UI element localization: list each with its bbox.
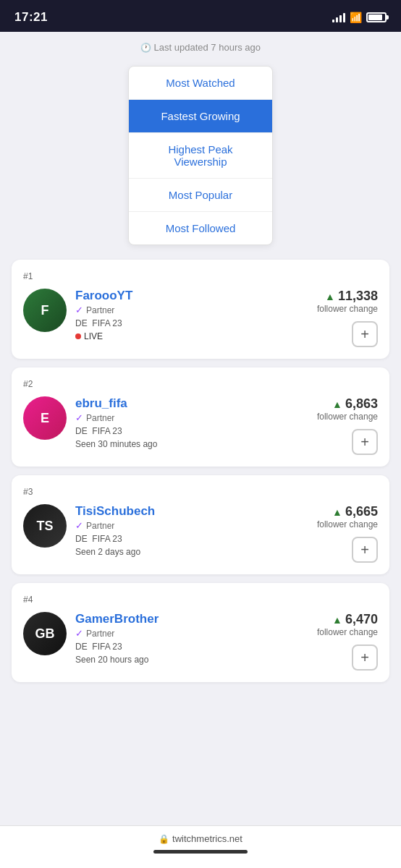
card-meta-4: DE FIFA 23 [75,642,282,652]
arrow-up-icon-1: ▲ [325,291,335,302]
arrow-up-icon-2: ▲ [332,399,342,410]
streamer-name-3[interactable]: TisiSchubech [75,504,282,519]
rank-label-1: #1 [23,271,378,281]
follower-change-4: ▲ 6,470 follower change [317,612,378,637]
stats-row-1: + [346,321,378,347]
avatar-3: TS [23,504,67,548]
menu-item-fastest-growing[interactable]: Fastest Growing [129,100,272,133]
avatar-1: F [23,289,67,332]
rank-label-4: #4 [23,595,378,605]
arrow-up-icon-3: ▲ [332,506,342,518]
avatar-4: GB [23,612,67,655]
menu-item-most-followed[interactable]: Most Followed [129,212,272,244]
live-badge-1: LIVE [75,331,282,341]
live-dot-1 [75,333,81,339]
card-stats-4: ▲ 6,470 follower change + [291,612,378,671]
stats-row-3: + [346,537,378,563]
add-button-4[interactable]: + [352,644,378,671]
card-stats-3: ▲ 6,665 follower change + [291,504,378,563]
partner-badge-3: ✓ Partner [75,520,282,531]
card-meta-3: DE FIFA 23 [75,534,282,544]
status-icons: 📶 [332,12,387,23]
card-stats-2: ▲ 6,863 follower change + [291,396,378,455]
partner-icon-3: ✓ [75,520,83,531]
home-indicator[interactable] [153,850,248,854]
card-info-4: GamerBrother ✓ Partner DE FIFA 23 Seen 2… [75,612,282,668]
streamers-list: #1 F FaroooYT ✓ Partner DE FIFA 23 [0,260,401,682]
arrow-up-icon-4: ▲ [332,614,342,626]
wifi-icon: 📶 [350,12,362,23]
card-stats-1: ▲ 11,338 follower change + [291,289,378,347]
partner-icon-4: ✓ [75,628,83,639]
card-info-3: TisiSchubech ✓ Partner DE FIFA 23 Seen 2… [75,504,282,560]
stats-row-2: + [346,429,378,455]
avatar-2: E [23,396,67,440]
menu-item-most-watched[interactable]: Most Watched [129,67,272,100]
rank-label-3: #3 [23,487,378,497]
streamer-card-4: #4 GB GamerBrother ✓ Partner DE FIFA 23 … [12,583,389,682]
follower-change-3: ▲ 6,665 follower change [317,504,378,529]
follower-change-1: ▲ 11,338 follower change [317,289,378,314]
main-content: 🕐 Last updated 7 hours ago Most Watched … [0,32,401,726]
menu-item-highest-peak[interactable]: Highest Peak Viewership [129,133,272,179]
add-button-1[interactable]: + [352,321,378,347]
streamer-card-1: #1 F FaroooYT ✓ Partner DE FIFA 23 [12,260,389,359]
partner-badge-2: ✓ Partner [75,412,282,423]
seen-label-3: Seen 2 days ago [75,547,282,557]
dropdown-container: Most Watched Fastest Growing Highest Pea… [0,63,401,260]
partner-badge-4: ✓ Partner [75,628,282,639]
bottom-bar: 🔒 twitchmetrics.net [0,825,401,868]
stats-row-4: + [346,644,378,671]
streamer-name-2[interactable]: ebru_fifa [75,396,282,411]
partner-icon-2: ✓ [75,412,83,423]
seen-label-2: Seen 30 minutes ago [75,439,282,449]
streamer-card-2: #2 E ebru_fifa ✓ Partner DE FIFA 23 Seen… [12,367,389,467]
streamer-name-1[interactable]: FaroooYT [75,289,282,303]
card-meta-1: DE FIFA 23 [75,318,282,328]
add-button-3[interactable]: + [352,537,378,563]
partner-icon-1: ✓ [75,305,83,315]
clock-icon: 🕐 [140,43,151,53]
rank-label-2: #2 [23,379,378,389]
card-info-2: ebru_fifa ✓ Partner DE FIFA 23 Seen 30 m… [75,396,282,452]
status-time: 17:21 [14,10,48,25]
add-button-2[interactable]: + [352,429,378,455]
follower-change-2: ▲ 6,863 follower change [317,396,378,422]
last-updated-text: Last updated 7 hours ago [154,42,261,53]
partner-badge-1: ✓ Partner [75,305,282,315]
signal-icon [332,12,345,22]
streamer-name-4[interactable]: GamerBrother [75,612,282,626]
card-info-1: FaroooYT ✓ Partner DE FIFA 23 LIVE [75,289,282,341]
site-url: 🔒 twitchmetrics.net [159,833,242,844]
battery-icon [366,12,387,22]
lock-icon: 🔒 [159,834,169,844]
streamer-card-3: #3 TS TisiSchubech ✓ Partner DE FIFA 23 … [12,475,389,574]
category-dropdown: Most Watched Fastest Growing Highest Pea… [128,66,273,245]
seen-label-4: Seen 20 hours ago [75,655,282,665]
status-bar: 17:21 📶 [0,0,401,32]
last-updated-bar: 🕐 Last updated 7 hours ago [0,32,401,63]
menu-item-most-popular[interactable]: Most Popular [129,179,272,212]
card-meta-2: DE FIFA 23 [75,426,282,436]
